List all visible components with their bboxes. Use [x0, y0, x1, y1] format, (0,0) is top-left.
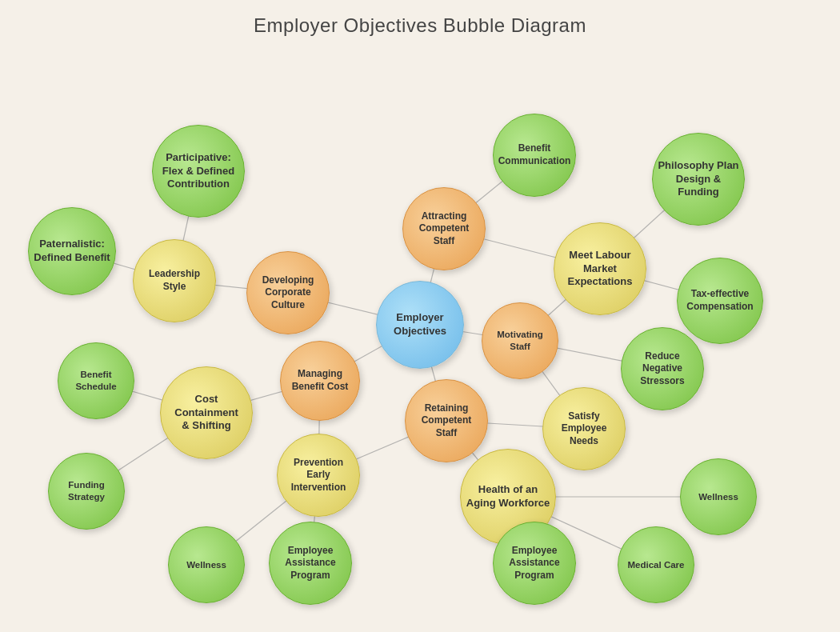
paternalistic-defined: Paternalistic:Defined Benefit [28, 207, 116, 295]
cost-containment: CostContainment& Shifting [160, 366, 253, 459]
tax-effective-compensation: Tax-effectiveCompensation [677, 258, 763, 344]
benefit-schedule: BenefitSchedule [58, 342, 134, 419]
page-title: Employer Objectives Bubble Diagram [0, 0, 840, 37]
developing-corporate-culture: DevelopingCorporateCulture [246, 251, 330, 334]
attracting-competent-staff: AttractingCompetentStaff [402, 187, 486, 270]
satisfy-employee-needs: SatisfyEmployeeNeeds [542, 387, 626, 470]
leadership-style: LeadershipStyle [133, 239, 216, 322]
wellness-right: Wellness [680, 458, 757, 535]
philosophy-plan-design: Philosophy PlanDesign &Funding [652, 133, 745, 226]
funding-strategy: FundingStrategy [48, 453, 125, 530]
medical-care: Medical Care [618, 526, 694, 603]
retaining-competent-staff: RetainingCompetentStaff [405, 379, 488, 462]
motivating-staff: MotivatingStaff [482, 302, 558, 379]
wellness-left: Wellness [168, 526, 245, 603]
bubble-diagram: EmployerObjectivesAttractingCompetentSta… [0, 37, 840, 632]
reduce-negative-stressors: ReduceNegativeStressors [621, 327, 704, 410]
prevention-early-intervention: PreventionEarlyIntervention [277, 434, 360, 517]
participative-flex: Participative:Flex & DefinedContribution [152, 125, 245, 218]
employer-objectives: EmployerObjectives [376, 281, 464, 369]
employee-assistance-right: EmployeeAssistanceProgram [493, 522, 576, 605]
meet-labour-market: Meet LabourMarketExpectations [554, 222, 646, 315]
benefit-communication: BenefitCommunication [493, 114, 576, 197]
employee-assistance-left: EmployeeAssistanceProgram [269, 522, 352, 605]
managing-benefit-cost: ManagingBenefit Cost [280, 341, 360, 421]
